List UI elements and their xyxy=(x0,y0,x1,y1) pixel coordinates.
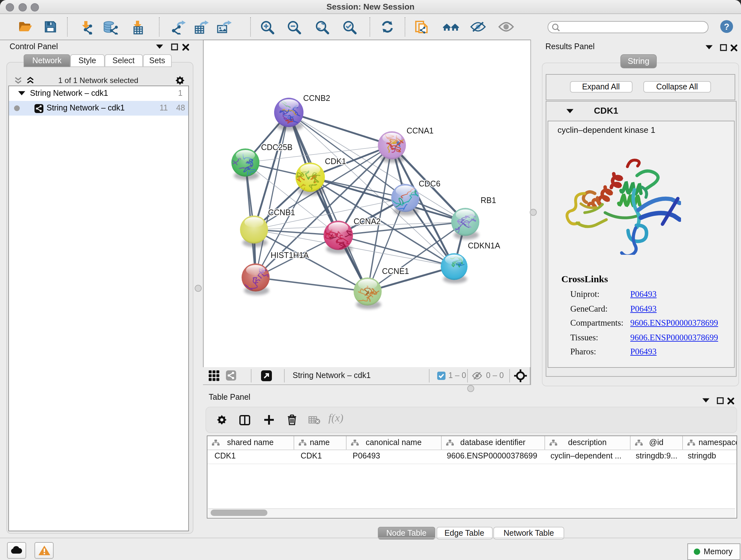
svg-text:CCNB1: CCNB1 xyxy=(268,208,295,217)
svg-text:CCNE1: CCNE1 xyxy=(382,266,409,275)
svg-text:CCNB2: CCNB2 xyxy=(303,94,330,103)
svg-text:CCNA1: CCNA1 xyxy=(406,126,433,135)
svg-text:CDK1: CDK1 xyxy=(325,157,346,166)
svg-text:CDC25B: CDC25B xyxy=(261,143,292,152)
svg-text:RB1: RB1 xyxy=(480,196,496,205)
svg-text:CDC6: CDC6 xyxy=(418,179,440,188)
svg-text:CCNA2: CCNA2 xyxy=(353,217,381,226)
svg-text:HIST1H1A: HIST1H1A xyxy=(270,251,309,260)
svg-text:CDKN1A: CDKN1A xyxy=(468,241,500,250)
svg-text:?: ? xyxy=(724,22,729,32)
